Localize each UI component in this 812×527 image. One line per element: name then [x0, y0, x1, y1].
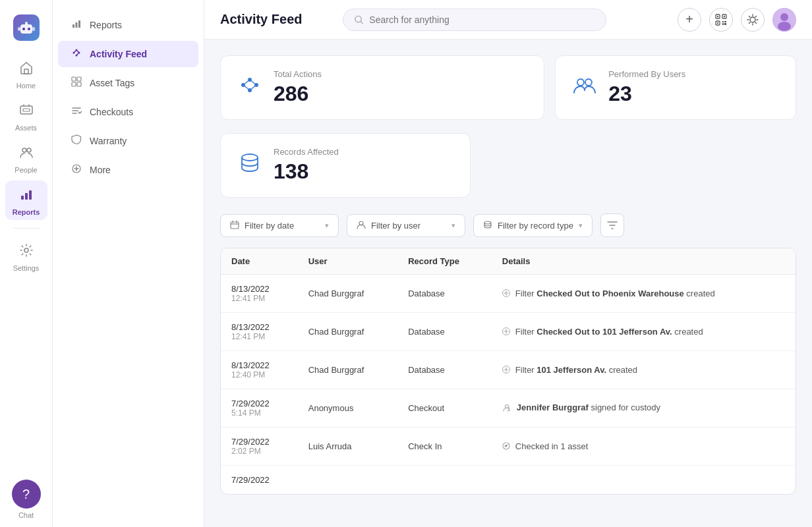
assets-icon	[19, 103, 34, 121]
activity-feed-label: Activity Feed	[90, 49, 147, 59]
cell-user: Anonymous	[298, 389, 397, 428]
add-button[interactable]: +	[678, 8, 701, 32]
asset-tags-label: Asset Tags	[90, 78, 134, 88]
sidebar-item-reports[interactable]: Reports	[5, 180, 47, 220]
cell-date: 8/13/2022 12:41 PM	[221, 275, 298, 313]
sidebar-item-activity-feed[interactable]: Activity Feed	[58, 41, 198, 67]
cell-user: Chad Burggraf	[298, 275, 397, 313]
table-row[interactable]: 8/13/2022 12:40 PM Chad Burggraf Databas…	[221, 351, 796, 389]
svg-rect-28	[77, 82, 81, 86]
col-header-record-type: Record Type	[397, 248, 492, 275]
svg-point-55	[778, 22, 791, 31]
filter-by-user[interactable]: Filter by user ▾	[347, 214, 465, 237]
sidebar-item-reports[interactable]: Reports	[58, 12, 198, 38]
svg-point-72	[484, 221, 491, 224]
sidebar-item-more[interactable]: More	[58, 157, 198, 183]
table-row[interactable]: 7/29/2022 2:02 PM Luis Arruda Check In C…	[221, 428, 796, 466]
cell-record-type: Database	[397, 351, 492, 389]
svg-rect-38	[724, 16, 725, 17]
cell-user: Chad Burggraf	[298, 313, 397, 351]
filter-by-record-type[interactable]: Filter by record type ▾	[473, 214, 593, 237]
chevron-down-icon-3: ▾	[579, 221, 583, 230]
details-icon	[502, 442, 510, 452]
sidebar-item-checkouts[interactable]: Checkouts	[58, 99, 198, 125]
more-icon	[71, 163, 82, 177]
svg-rect-8	[23, 109, 30, 111]
filters-row: Filter by date ▾ Filter by user ▾	[220, 213, 796, 237]
user-avatar[interactable]	[772, 8, 796, 32]
assets-label: Assets	[15, 124, 37, 132]
svg-point-2	[28, 28, 30, 30]
svg-rect-37	[717, 16, 718, 17]
qr-button[interactable]	[709, 8, 733, 32]
svg-rect-41	[724, 21, 726, 22]
col-header-date: Date	[221, 248, 298, 275]
search-bar[interactable]	[343, 9, 606, 31]
svg-rect-42	[722, 23, 724, 25]
col-header-details: Details	[492, 248, 796, 275]
records-affected-value: 138	[274, 159, 339, 184]
topbar: Activity Feed +	[204, 0, 812, 40]
table-row[interactable]: 8/13/2022 12:41 PM Chad Burggraf Databas…	[221, 275, 796, 313]
svg-line-23	[76, 50, 79, 53]
sidebar: Reports Activity Feed Asset Tag	[53, 0, 204, 527]
filter-record-type-label: Filter by record type	[498, 221, 573, 231]
total-actions-icon	[237, 72, 263, 103]
records-affected-label: Records Affected	[274, 147, 339, 157]
stats-row-2: Records Affected 138	[220, 133, 796, 198]
svg-line-61	[250, 80, 256, 85]
reports-sidebar-icon	[71, 18, 82, 32]
page-title: Activity Feed	[220, 12, 302, 27]
filter-options-button[interactable]	[600, 213, 624, 237]
chat-icon: ?	[22, 487, 30, 502]
reports-sidebar-label: Reports	[90, 20, 122, 30]
activity-table: Date User Record Type Details 8/13/2022 …	[220, 248, 796, 495]
record-type-filter-icon	[483, 220, 492, 231]
sidebar-item-chat[interactable]: ?	[12, 480, 41, 509]
svg-rect-4	[18, 27, 20, 31]
svg-rect-7	[20, 106, 32, 114]
warranty-label: Warranty	[90, 136, 127, 146]
cell-details: Jennifer Burggraf signed for custody	[492, 389, 796, 428]
filter-by-date[interactable]: Filter by date ▾	[220, 214, 339, 237]
settings-label: Settings	[13, 264, 40, 272]
checkouts-label: Checkouts	[90, 107, 133, 117]
svg-rect-12	[25, 193, 28, 200]
stats-row-1: Total Actions 286 Performed B	[220, 55, 796, 120]
sidebar-item-home[interactable]: Home	[5, 54, 47, 94]
table-row[interactable]: 8/13/2022 12:41 PM Chad Burggraf Databas…	[221, 313, 796, 351]
svg-point-44	[750, 17, 755, 22]
details-icon	[502, 327, 510, 337]
more-label: More	[90, 165, 111, 175]
cell-details: Filter Checked Out to 101 Jefferson Av. …	[492, 313, 796, 351]
cell-date: 7/29/2022 5:14 PM	[221, 389, 298, 428]
svg-rect-26	[77, 77, 81, 81]
theme-toggle-button[interactable]	[741, 8, 765, 32]
filter-date-label: Filter by date	[245, 221, 294, 231]
sidebar-item-assets[interactable]: Assets	[5, 96, 47, 136]
table-row[interactable]: 7/29/2022	[221, 466, 796, 495]
search-input[interactable]	[369, 14, 595, 25]
col-header-user: User	[298, 248, 397, 275]
sidebar-item-warranty[interactable]: Warranty	[58, 128, 198, 154]
nav-divider	[13, 228, 40, 229]
app-logo[interactable]	[13, 14, 40, 41]
reports-icon	[19, 187, 34, 206]
calendar-icon	[230, 220, 239, 231]
svg-rect-67	[231, 222, 239, 229]
svg-point-66	[242, 154, 258, 161]
cell-record-type: Database	[397, 313, 492, 351]
table-row[interactable]: 7/29/2022 5:14 PM Anonymous Checkout Jen…	[221, 389, 796, 428]
cell-record-type: Database	[397, 275, 492, 313]
svg-rect-25	[72, 77, 76, 81]
chat-label: Chat	[12, 511, 41, 519]
sidebar-item-settings[interactable]: Settings	[5, 236, 47, 276]
people-icon	[19, 145, 34, 163]
total-actions-label: Total Actions	[274, 69, 322, 79]
sidebar-item-people[interactable]: People	[5, 138, 47, 178]
performed-by-users-label: Performed By Users	[608, 69, 685, 79]
sidebar-item-asset-tags[interactable]: Asset Tags	[58, 70, 198, 96]
warranty-icon	[71, 134, 82, 148]
performed-by-users-card: Performed By Users 23	[555, 55, 796, 120]
checkouts-icon	[71, 105, 82, 119]
